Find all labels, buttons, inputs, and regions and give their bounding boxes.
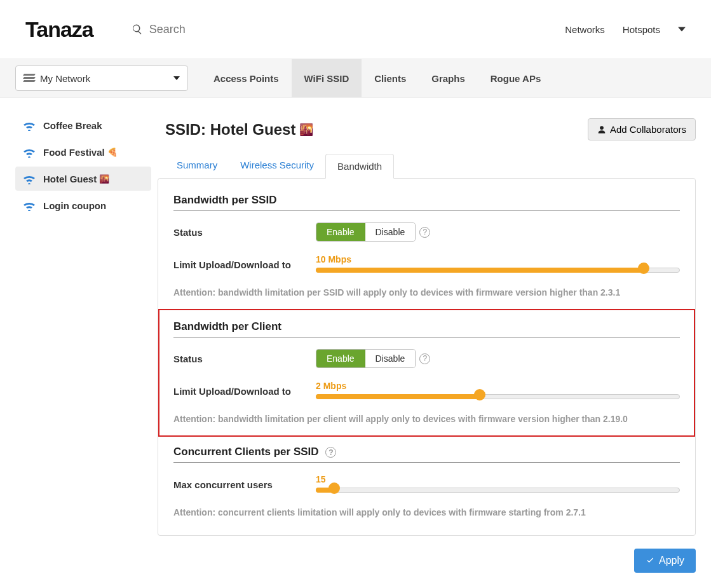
- subtab-wireless-security[interactable]: Wireless Security: [229, 153, 325, 178]
- sidebar-item-label: Login coupon: [43, 200, 106, 211]
- apply-button[interactable]: Apply: [634, 549, 696, 573]
- help-icon[interactable]: ?: [419, 353, 430, 364]
- section-bandwidth-client: Bandwidth per Client Status Enable Disab…: [173, 320, 680, 424]
- tab-access-points[interactable]: Access Points: [201, 59, 292, 97]
- firmware-note: Attention: bandwidth limitation per clie…: [173, 414, 680, 424]
- concurrent-clients-slider[interactable]: [316, 486, 680, 495]
- wifi-icon: [22, 200, 37, 211]
- sidebar-item-label: Coffee Break: [43, 120, 102, 131]
- bandwidth-client-slider[interactable]: [316, 392, 680, 401]
- disable-button[interactable]: Disable: [365, 350, 416, 367]
- page-title: SSID: Hotel Guest: [165, 121, 295, 139]
- status-label: Status: [173, 353, 316, 364]
- tab-rogue-aps[interactable]: Rogue APs: [478, 59, 553, 97]
- bandwidth-ssid-slider[interactable]: [316, 266, 680, 275]
- slider-value: 2 Mbps: [316, 381, 680, 391]
- layers-icon: [24, 74, 35, 83]
- nav-caret-icon[interactable]: [678, 24, 686, 35]
- user-icon: [597, 125, 606, 134]
- status-toggle[interactable]: Enable Disable: [316, 222, 416, 242]
- subtab-summary[interactable]: Summary: [165, 153, 229, 178]
- add-collaborators-button[interactable]: Add Collaborators: [588, 118, 696, 140]
- slider-value: 10 Mbps: [316, 254, 680, 264]
- ssid-sidebar: Coffee Break Food Festival 🍕 Hotel Guest…: [15, 113, 151, 588]
- section-bandwidth-ssid: Bandwidth per SSID Status Enable Disable…: [173, 194, 680, 297]
- tab-wifi-ssid[interactable]: WiFi SSID: [292, 59, 362, 97]
- sidebar-item-login-coupon[interactable]: Login coupon: [15, 193, 151, 217]
- section-title: Bandwidth per Client: [173, 320, 680, 333]
- status-toggle[interactable]: Enable Disable: [316, 349, 416, 368]
- sidebar-item-food-festival[interactable]: Food Festival 🍕: [15, 140, 151, 164]
- disable-button[interactable]: Disable: [365, 223, 416, 241]
- caret-down-icon: [173, 73, 180, 83]
- wifi-icon: [22, 173, 37, 184]
- help-icon[interactable]: ?: [419, 227, 430, 238]
- pizza-icon: 🍕: [107, 147, 118, 157]
- network-select-label: My Network: [40, 73, 173, 84]
- search-icon: [132, 24, 143, 35]
- section-concurrent-clients: Concurrent Clients per SSID ? Max concur…: [173, 446, 680, 517]
- firmware-note: Attention: bandwidth limitation per SSID…: [173, 287, 680, 297]
- status-label: Status: [173, 227, 316, 238]
- network-select[interactable]: My Network: [15, 65, 188, 91]
- enable-button[interactable]: Enable: [316, 350, 365, 367]
- sunset-icon: 🌇: [299, 123, 313, 137]
- sidebar-item-label: Food Festival: [43, 147, 105, 158]
- bandwidth-panel: Bandwidth per SSID Status Enable Disable…: [158, 178, 696, 536]
- search-input[interactable]: [149, 23, 276, 36]
- section-title: Concurrent Clients per SSID ?: [173, 446, 680, 458]
- nav-hotspots[interactable]: Hotspots: [623, 24, 660, 35]
- enable-button[interactable]: Enable: [316, 223, 365, 241]
- firmware-note: Attention: concurrent clients limitation…: [173, 507, 680, 517]
- sunset-icon: 🌇: [99, 174, 109, 184]
- max-users-label: Max concurrent users: [173, 479, 316, 490]
- limit-label: Limit Upload/Download to: [173, 259, 316, 270]
- wifi-icon: [22, 146, 37, 158]
- brand-logo: Tanaza: [25, 17, 93, 42]
- section-title: Bandwidth per SSID: [173, 194, 680, 207]
- check-icon: [646, 556, 655, 566]
- sidebar-item-coffee-break[interactable]: Coffee Break: [15, 113, 151, 137]
- nav-networks[interactable]: Networks: [565, 24, 605, 35]
- section-bandwidth-client-highlight: Bandwidth per Client Status Enable Disab…: [158, 309, 695, 437]
- tab-clients[interactable]: Clients: [362, 59, 419, 97]
- sidebar-item-hotel-guest[interactable]: Hotel Guest 🌇: [15, 167, 151, 191]
- help-icon[interactable]: ?: [325, 447, 336, 458]
- limit-label: Limit Upload/Download to: [173, 386, 316, 397]
- wifi-icon: [22, 120, 37, 131]
- slider-value: 15: [316, 474, 680, 484]
- search-wrapper[interactable]: [132, 23, 565, 36]
- subtab-bandwidth[interactable]: Bandwidth: [325, 154, 394, 179]
- sidebar-item-label: Hotel Guest: [43, 174, 97, 184]
- tab-graphs[interactable]: Graphs: [419, 59, 478, 97]
